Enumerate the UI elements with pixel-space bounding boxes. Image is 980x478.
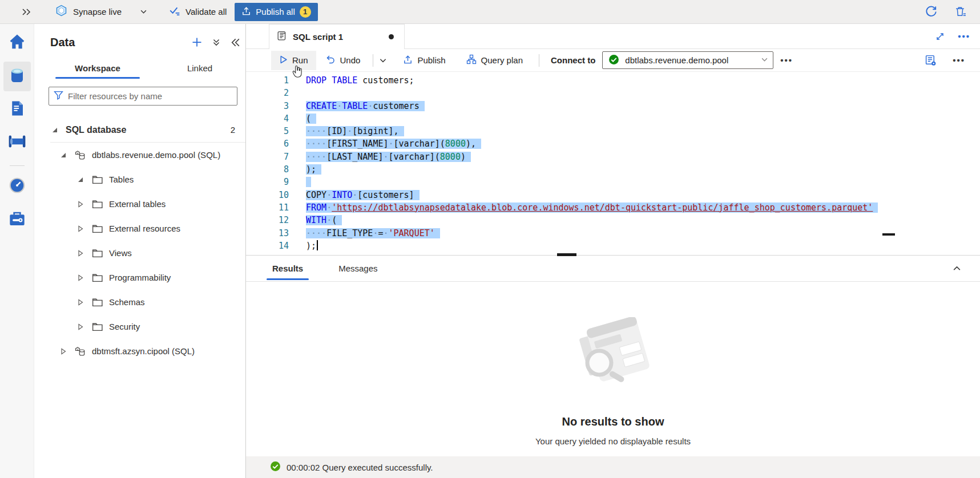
collapsed-caret-icon[interactable] bbox=[77, 250, 84, 257]
monitor-icon bbox=[8, 176, 26, 197]
tree-item-label: dbtlabs.revenue.demo.pool (SQL) bbox=[92, 150, 220, 160]
code-line-1[interactable]: 1DROP TABLE customers; bbox=[246, 74, 980, 87]
panel-title: Data bbox=[50, 36, 190, 49]
publish-button[interactable]: Publish bbox=[395, 51, 453, 70]
rail-item-data[interactable] bbox=[3, 62, 31, 91]
code-line-7[interactable]: 7····[LAST_NAME]·[varchar](8000) bbox=[246, 151, 980, 163]
editor-more-actions-icon[interactable]: ••• bbox=[951, 54, 966, 66]
connection-ok-icon bbox=[608, 54, 619, 67]
tree-root-label: SQL database bbox=[66, 125, 126, 135]
tab-results[interactable]: Results bbox=[269, 257, 306, 280]
tree-item-programmability[interactable]: Programmability bbox=[34, 265, 245, 290]
unsaved-changes-dot bbox=[389, 34, 394, 39]
tree-item-security[interactable]: Security bbox=[34, 314, 245, 339]
splitter-drag-handle[interactable] bbox=[557, 253, 576, 256]
code-line-3[interactable]: 3CREATE·TABLE·customers bbox=[246, 100, 980, 112]
expanded-caret-icon[interactable] bbox=[51, 127, 58, 133]
tree-item-schemas[interactable]: Schemas bbox=[34, 290, 245, 314]
expanded-caret-icon[interactable] bbox=[77, 176, 84, 183]
code-line-9[interactable]: 9​ bbox=[246, 176, 980, 188]
toolbar-divider bbox=[539, 54, 539, 67]
code-content: ); bbox=[289, 240, 318, 252]
publish-count-badge: 1 bbox=[300, 6, 311, 18]
add-resource-icon[interactable] bbox=[190, 35, 204, 49]
environment-selector[interactable]: Synapse live bbox=[55, 5, 147, 19]
tree-item-dbtlabs-revenue-demo-pool-sql[interactable]: dbtlabs.revenue.demo.pool (SQL) bbox=[34, 143, 245, 167]
publish-all-label: Publish all bbox=[256, 7, 295, 17]
query-plan-label: Query plan bbox=[481, 55, 523, 65]
undo-button[interactable]: Undo bbox=[317, 51, 369, 70]
tree-item-external-tables[interactable]: External tables bbox=[34, 192, 245, 216]
data-panel-tabs: Workspace Linked bbox=[34, 58, 245, 79]
tab-workspace[interactable]: Workspace bbox=[55, 58, 140, 79]
discard-trash-icon[interactable] bbox=[953, 5, 967, 19]
collapsed-caret-icon[interactable] bbox=[77, 323, 84, 330]
rail-item-integrate[interactable] bbox=[3, 128, 31, 157]
run-button[interactable]: Run bbox=[271, 51, 316, 70]
rail-item-develop[interactable] bbox=[3, 95, 31, 124]
sql-pool-icon bbox=[74, 149, 86, 161]
rail-item-manage[interactable] bbox=[3, 205, 31, 234]
collapsed-caret-icon[interactable] bbox=[77, 299, 84, 306]
connect-to-pool-dropdown[interactable]: dbtlabs.revenue.demo.pool bbox=[602, 51, 773, 69]
chevron-down-icon bbox=[140, 8, 147, 15]
expanded-caret-icon[interactable] bbox=[60, 152, 67, 159]
folder-icon bbox=[91, 296, 103, 308]
code-content: DROP TABLE customers; bbox=[289, 74, 414, 87]
code-line-10[interactable]: 10COPY·INTO·[customers] bbox=[246, 189, 980, 201]
tab-messages[interactable]: Messages bbox=[335, 257, 381, 280]
rail-item-monitor[interactable] bbox=[3, 172, 31, 201]
rail-item-home[interactable] bbox=[3, 29, 31, 58]
collapse-results-chevron-icon[interactable] bbox=[951, 262, 963, 274]
tree-item-label: Security bbox=[109, 322, 140, 331]
code-line-14[interactable]: 14); bbox=[246, 240, 980, 252]
double-chevron-right-icon[interactable] bbox=[22, 8, 31, 16]
selection-highlight: ( bbox=[306, 114, 316, 124]
tree-item-views[interactable]: Views bbox=[34, 241, 245, 265]
tree-item-label: Schemas bbox=[109, 297, 145, 307]
collapsed-caret-icon[interactable] bbox=[77, 225, 84, 232]
expand-editor-icon[interactable] bbox=[934, 30, 946, 43]
collapse-panel-icon[interactable] bbox=[229, 37, 241, 48]
document-tab-bar: SQL script 1 ••• bbox=[246, 24, 980, 49]
selection-highlight: ····[LAST_NAME]·[varchar](8000) bbox=[306, 152, 471, 162]
toolbar-more-actions-icon[interactable]: ••• bbox=[779, 54, 794, 66]
tab-sql-script-1[interactable]: SQL script 1 bbox=[269, 24, 405, 49]
filter-resources-input[interactable] bbox=[68, 91, 232, 101]
code-line-4[interactable]: 4( bbox=[246, 112, 980, 125]
validate-all-button[interactable]: Validate all bbox=[169, 5, 227, 19]
selection-highlight: ····FILE_TYPE·=·'PARQUET' bbox=[306, 228, 440, 238]
code-line-6[interactable]: 6····[FIRST_NAME]·[varchar](8000), bbox=[246, 137, 980, 150]
tab-more-actions-icon[interactable]: ••• bbox=[957, 30, 971, 42]
code-line-12[interactable]: 12WITH·( bbox=[246, 214, 980, 226]
tree-item-external-resources[interactable]: External resources bbox=[34, 216, 245, 241]
code-line-5[interactable]: 5····[ID]·[bigint], bbox=[246, 125, 980, 137]
refresh-icon[interactable] bbox=[924, 5, 938, 19]
code-line-11[interactable]: 11FROM·'https://dbtlabsynapsedatalake.bl… bbox=[246, 201, 980, 214]
query-plan-button[interactable]: Query plan bbox=[458, 51, 531, 70]
environment-label: Synapse live bbox=[73, 7, 122, 17]
code-line-8[interactable]: 8); bbox=[246, 163, 980, 176]
collapsed-caret-icon[interactable] bbox=[60, 348, 67, 355]
line-number: 6 bbox=[246, 137, 289, 150]
collapsed-caret-icon[interactable] bbox=[77, 201, 84, 208]
develop-icon bbox=[9, 99, 26, 120]
scrollbar-thumb[interactable] bbox=[882, 233, 895, 236]
tab-linked[interactable]: Linked bbox=[158, 58, 242, 79]
sql-code-editor[interactable]: 1DROP TABLE customers;23CREATE·TABLE·cus… bbox=[246, 72, 980, 255]
code-content bbox=[289, 87, 306, 99]
publish-all-button[interactable]: Publish all 1 bbox=[235, 3, 317, 21]
collapse-all-icon[interactable] bbox=[211, 37, 222, 48]
code-line-13[interactable]: 13····FILE_TYPE·=·'PARQUET' bbox=[246, 227, 980, 240]
tree-item-tables[interactable]: Tables bbox=[34, 167, 245, 192]
tree-item-label: Views bbox=[109, 248, 132, 258]
line-number: 11 bbox=[246, 201, 289, 214]
tree-item-dbtmsft-azsyn-cipool-sql[interactable]: dbtmsft.azsyn.cipool (SQL) bbox=[34, 339, 245, 363]
selection-highlight: ····[FIRST_NAME]·[varchar](8000), bbox=[306, 139, 481, 149]
collapsed-caret-icon[interactable] bbox=[77, 274, 84, 281]
sql-pool-icon bbox=[74, 345, 86, 357]
properties-icon[interactable] bbox=[923, 53, 938, 67]
tree-root-sql-database[interactable]: SQL database2 bbox=[34, 118, 245, 142]
undo-redo-chevron-icon[interactable] bbox=[378, 55, 388, 66]
code-line-2[interactable]: 2 bbox=[246, 87, 980, 99]
